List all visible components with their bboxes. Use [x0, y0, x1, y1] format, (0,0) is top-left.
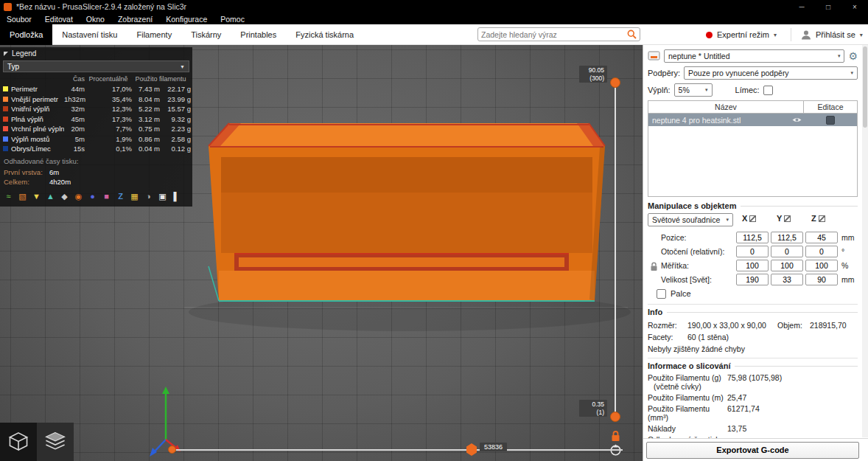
tool-changes-icon[interactable]: ◉ [73, 191, 84, 202]
top-layer-height: 90.05 [582, 66, 604, 74]
position-x-input[interactable] [736, 232, 769, 243]
tab-nastaveni-tisku[interactable]: Nastavení tisku [52, 24, 127, 45]
tab-bar: Podložka Nastavení tisku Filamenty Tiská… [0, 24, 868, 45]
menu-konfigurace[interactable]: Konfigurace [159, 15, 214, 24]
object-row[interactable]: neptune 4 pro heatsink.stl [648, 114, 857, 126]
prusaslicer-window: *Bez názvu - PrusaSlicer-2.9.4 založený … [0, 0, 868, 461]
tab-fyzicka-tiskarna[interactable]: Fyzická tiskárna [286, 24, 363, 45]
inches-checkbox[interactable] [657, 289, 666, 299]
retractions-icon[interactable]: ▼ [31, 191, 42, 202]
scale-x-input[interactable] [736, 260, 769, 271]
export-gcode-button[interactable]: Exportovat G-code [646, 442, 859, 459]
color-changes-icon[interactable]: ● [87, 191, 98, 202]
search-box[interactable] [477, 27, 640, 41]
position-y-input[interactable] [771, 232, 803, 243]
mode-label: Expertní režim [717, 30, 769, 39]
layer-slider-top-handle[interactable] [610, 77, 620, 88]
deretractions-icon[interactable]: ▲ [45, 191, 56, 202]
gear-icon[interactable]: ⚙ [848, 51, 858, 61]
tab-tiskarny[interactable]: Tiskárny [181, 24, 231, 45]
mode-selector[interactable]: Expertní režim ▾ [706, 24, 777, 45]
printer-row: neptune * Untitled ▾ ⚙ [648, 49, 858, 63]
feature-label: Vnější perimetr [11, 95, 64, 103]
layer-slider-bottom-handle[interactable] [610, 412, 620, 422]
moves-slider-left-handle[interactable] [168, 446, 176, 454]
feature-length: 0.75 m [132, 125, 160, 133]
scale-lock-icon[interactable] [650, 262, 658, 271]
y-axis-icon[interactable] [784, 215, 791, 222]
feature-weight: 22.17 g [160, 85, 191, 93]
editor-view-thumbnail[interactable] [0, 423, 37, 461]
search-input[interactable] [481, 30, 627, 39]
scale-unit: % [841, 261, 848, 270]
scale-z-input[interactable] [805, 260, 838, 271]
viewport-3d[interactable]: Legend Typ ▼ Čas Procentuálně Použito fi… [0, 45, 643, 461]
tab-filamenty[interactable]: Filamenty [127, 24, 181, 45]
pause-prints-icon[interactable]: ■ [101, 191, 112, 202]
custom-gcodes-icon[interactable]: Z [115, 191, 126, 202]
legend-toggle-icon[interactable]: ▣ [157, 191, 168, 202]
shells-icon[interactable]: ▦ [129, 191, 140, 202]
marker-icon[interactable]: ▌ [171, 191, 182, 202]
tab-printables[interactable]: Printables [231, 24, 286, 45]
feature-weight: 23.99 g [160, 95, 191, 103]
dimensions-value: 190,00 x 33,00 x 90,00 [687, 321, 777, 330]
panel-scrollbar[interactable] [862, 45, 868, 437]
menu-pomoc[interactable]: Pomoc [214, 15, 251, 24]
scrollbar-thumb[interactable] [863, 46, 867, 128]
feature-percent: 35,4% [110, 95, 132, 103]
layer-slider-track[interactable] [615, 83, 616, 417]
menu-zobrazeni[interactable]: Zobrazení [111, 15, 159, 24]
moves-slider-track[interactable] [171, 449, 623, 451]
size-x-input[interactable] [736, 274, 769, 285]
z-axis-icon[interactable] [819, 215, 825, 222]
legend-color-swatch [3, 146, 8, 151]
close-button[interactable]: × [841, 0, 868, 13]
coordinates-select[interactable]: Světové souřadnice ▾ [648, 213, 733, 226]
view-type-select[interactable]: Typ ▼ [3, 60, 189, 72]
size-z-input[interactable] [805, 274, 838, 285]
legend-color-swatch [3, 117, 8, 122]
login-button[interactable]: Přihlásit se ▾ [801, 24, 863, 45]
tab-podlozka[interactable]: Podložka [0, 24, 52, 45]
x-axis-label: X [742, 214, 747, 223]
slicing-title-text: Informace o slicování [648, 361, 730, 370]
travels-icon[interactable]: ≈ [3, 191, 14, 202]
feature-length: 0.86 m [132, 135, 160, 143]
size-y-input[interactable] [771, 274, 803, 285]
supports-select[interactable]: Pouze pro vynucené podpěry ▾ [684, 66, 858, 80]
feature-time: 20m [64, 125, 85, 133]
edit-object-icon[interactable] [804, 116, 857, 125]
feature-weight: 0.12 g [160, 145, 191, 153]
maximize-button[interactable]: □ [815, 0, 841, 13]
menu-editovat[interactable]: Editovat [38, 15, 80, 24]
rotation-x-input[interactable] [736, 246, 769, 257]
feature-label: Perimetr [11, 85, 64, 93]
seams-icon[interactable]: ◆ [59, 191, 70, 202]
minimize-button[interactable]: ─ [788, 0, 815, 13]
volume-label: Objem: [777, 321, 810, 330]
menu-okno[interactable]: Okno [80, 15, 111, 24]
infill-label: Výplň: [648, 86, 671, 94]
collapse-legend-icon[interactable] [4, 52, 8, 56]
position-z-input[interactable] [805, 232, 838, 243]
top-layer-number: (300) [582, 74, 604, 83]
brim-checkbox[interactable] [763, 86, 773, 95]
printer-select[interactable]: neptune * Untitled ▾ [664, 49, 844, 63]
printer-icon [648, 51, 660, 61]
scale-y-input[interactable] [771, 260, 803, 271]
eye-icon[interactable] [789, 117, 804, 123]
supports-row: Podpěry: Pouze pro vynucené podpěry ▾ [648, 66, 858, 80]
wipe-icon[interactable]: ▧ [17, 191, 28, 202]
feature-percent: 17,0% [110, 85, 132, 93]
rotation-y-input[interactable] [771, 246, 803, 257]
menu-soubor[interactable]: Soubor [0, 15, 38, 24]
lock-icon[interactable] [611, 431, 620, 442]
x-axis-icon[interactable] [749, 215, 756, 222]
tool-marker-icon[interactable]: ◑ [143, 191, 154, 202]
feature-percent: 7,7% [110, 125, 132, 133]
preview-view-thumbnail[interactable] [37, 423, 74, 461]
position-label: Pozice: [661, 233, 736, 242]
infill-select[interactable]: 5% ▾ [674, 83, 713, 97]
rotation-z-input[interactable] [805, 246, 838, 257]
